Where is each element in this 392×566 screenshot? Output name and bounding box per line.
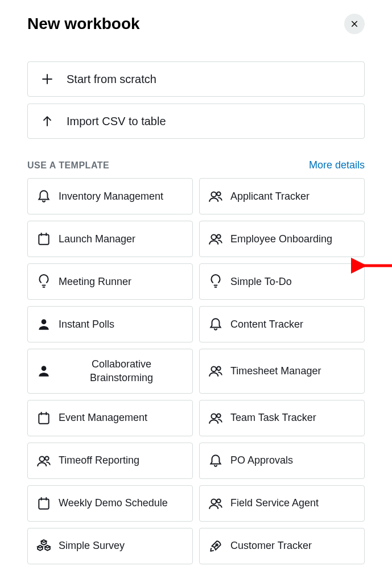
template-label: Timesheet Manager [230,364,321,378]
bulb-icon [36,274,52,290]
bell-icon [208,316,224,332]
template-label: Meeting Runner [59,275,131,288]
person-icon [36,363,52,379]
template-event-management[interactable]: Event Management [27,400,193,436]
template-label: Timeoff Reporting [59,453,139,467]
template-label: Applicant Tracker [230,189,310,203]
people-icon [36,453,52,469]
template-label: Customer Tracker [230,539,312,552]
template-po-approvals[interactable]: PO Approvals [199,443,365,479]
template-label: Employee Onboarding [230,232,332,246]
template-label: Instant Polls [59,317,114,331]
people-icon [208,231,224,247]
template-label: Simple Survey [59,539,125,552]
template-grid: Inventory ManagementApplicant TrackerLau… [27,178,365,566]
template-timesheet-manager[interactable]: Timesheet Manager [199,349,365,394]
people-icon [208,188,224,204]
template-label: Content Tracker [230,317,303,331]
template-label: Inventory Management [59,189,163,203]
plus-icon [39,71,55,87]
new-workbook-dialog: New workbook Start from scratch Import C… [0,0,392,566]
people-icon [208,363,224,379]
more-details-link[interactable]: More details [309,159,365,171]
template-label: PO Approvals [230,453,293,467]
import-csv-button[interactable]: Import CSV to table [27,104,365,139]
template-simple-to-do[interactable]: Simple To-Do [199,263,365,300]
template-team-task-tracker[interactable]: Team Task Tracker [199,400,365,436]
people-icon [208,410,224,426]
template-meeting-runner[interactable]: Meeting Runner [27,263,193,300]
section-label: USE A TEMPLATE [27,160,109,171]
template-field-service-agent[interactable]: Field Service Agent [199,485,365,522]
template-weekly-demo-schedule[interactable]: Weekly Demo Schedule [27,485,193,522]
template-simple-survey[interactable]: Simple Survey [27,528,193,564]
bulb-icon [208,274,224,290]
template-content-tracker[interactable]: Content Tracker [199,306,365,342]
bell-icon [36,188,52,204]
close-icon [350,20,358,28]
import-csv-label: Import CSV to table [67,115,166,128]
template-label: Team Task Tracker [230,411,316,424]
template-employee-onboarding[interactable]: Employee Onboarding [199,221,365,257]
template-customer-tracker[interactable]: Customer Tracker [199,528,365,564]
template-applicant-tracker[interactable]: Applicant Tracker [199,178,365,214]
template-timeoff-reporting[interactable]: Timeoff Reporting [27,443,193,479]
template-inventory-management[interactable]: Inventory Management [27,178,193,214]
close-button[interactable] [344,14,365,34]
calendar-icon [36,231,52,247]
upload-icon [39,113,55,129]
template-label: Field Service Agent [230,496,319,510]
template-label: Simple To-Do [230,275,292,288]
person-icon [36,316,52,332]
calendar-icon [36,410,52,426]
template-label: Weekly Demo Schedule [59,496,168,510]
template-collaborative-brainstorming[interactable]: Collaborative Brainstorming [27,349,193,394]
bell-icon [208,453,224,469]
template-label: Collaborative Brainstorming [59,357,184,385]
cubes-icon [36,538,52,554]
template-label: Event Management [59,411,147,424]
people-icon [208,495,224,511]
dialog-title: New workbook [27,15,140,33]
template-label: Launch Manager [59,232,135,246]
start-scratch-label: Start from scratch [67,73,156,86]
calendar-icon [36,495,52,511]
rocket-icon [208,538,224,554]
start-from-scratch-button[interactable]: Start from scratch [27,61,365,97]
template-instant-polls[interactable]: Instant Polls [27,306,193,342]
template-launch-manager[interactable]: Launch Manager [27,221,193,257]
